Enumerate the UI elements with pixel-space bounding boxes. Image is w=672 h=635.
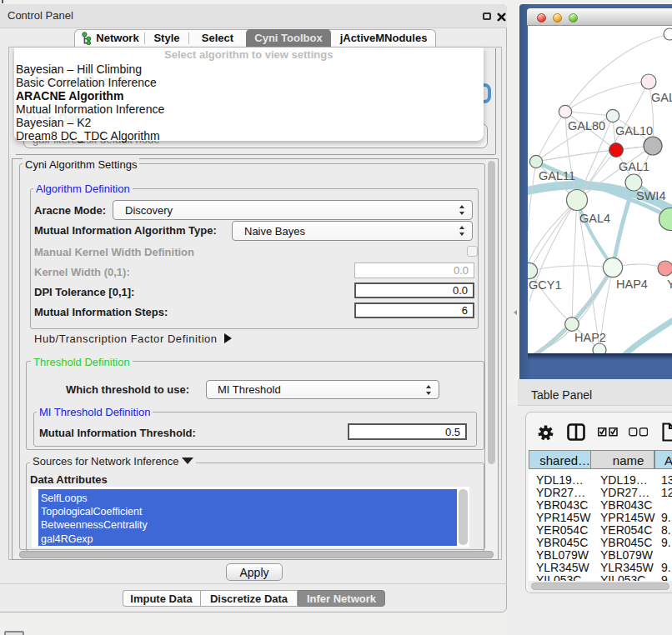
svg-text:YM: YM: [667, 278, 672, 291]
svg-text:GAL80: GAL80: [568, 119, 605, 132]
svg-text:GAL7: GAL7: [651, 91, 672, 104]
svg-text:GAL10: GAL10: [615, 124, 653, 138]
svg-text:HAP4: HAP4: [616, 278, 648, 291]
svg-text:GAL1: GAL1: [619, 160, 649, 173]
svg-text:SWI4: SWI4: [636, 189, 665, 202]
svg-text:HAP2: HAP2: [574, 331, 606, 344]
svg-text:GCY1: GCY1: [529, 278, 562, 292]
svg-text:GAL11: GAL11: [539, 169, 575, 182]
svg-text:GAL4: GAL4: [579, 212, 610, 225]
